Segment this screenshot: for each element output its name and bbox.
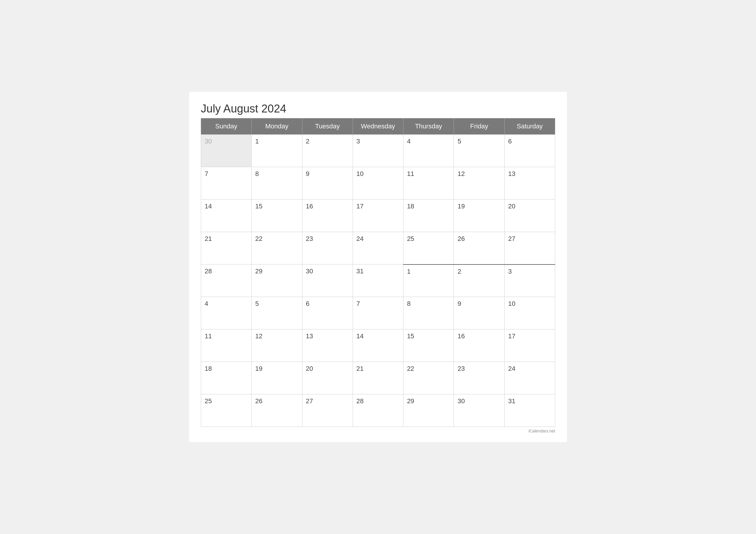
calendar-cell[interactable]: 2 [454, 264, 504, 297]
calendar-cell[interactable]: 5 [454, 135, 504, 167]
calendar-cell[interactable]: 30 [454, 394, 504, 427]
calendar-cell[interactable]: 20 [504, 200, 555, 232]
calendar-cell[interactable]: 10 [353, 167, 403, 200]
calendar-cell[interactable]: 29 [403, 394, 454, 427]
calendar-cell[interactable]: 12 [252, 330, 302, 362]
calendar-cell[interactable]: 26 [454, 232, 504, 264]
calendar-cell[interactable]: 17 [353, 200, 403, 232]
calendar-cell[interactable]: 24 [504, 362, 555, 394]
calendar-cell[interactable]: 27 [302, 394, 353, 427]
header-cell-monday: Monday [252, 119, 302, 135]
calendar-cell[interactable]: 12 [454, 167, 504, 200]
calendar-cell[interactable]: 27 [504, 232, 555, 264]
calendar-cell[interactable]: 30 [302, 264, 353, 297]
calendar-cell[interactable]: 4 [201, 297, 252, 330]
header-cell-tuesday: Tuesday [302, 119, 353, 135]
calendar-cell[interactable]: 26 [252, 394, 302, 427]
header-cell-saturday: Saturday [504, 119, 555, 135]
calendar-header: SundayMondayTuesdayWednesdayThursdayFrid… [201, 119, 555, 135]
calendar-cell[interactable]: 13 [302, 330, 353, 362]
header-cell-sunday: Sunday [201, 119, 252, 135]
calendar-row: 45678910 [201, 297, 555, 330]
calendar-row: 18192021222324 [201, 362, 555, 394]
calendar-cell[interactable]: 24 [353, 232, 403, 264]
calendar-body: 3012345678910111213141516171819202122232… [201, 135, 555, 427]
calendar-row: 14151617181920 [201, 200, 555, 232]
calendar-row: 25262728293031 [201, 394, 555, 427]
calendar-cell[interactable]: 16 [302, 200, 353, 232]
calendar-cell[interactable]: 22 [252, 232, 302, 264]
header-cell-thursday: Thursday [403, 119, 454, 135]
calendar-cell[interactable]: 31 [353, 264, 403, 297]
calendar-cell[interactable]: 28 [353, 394, 403, 427]
header-cell-friday: Friday [454, 119, 504, 135]
calendar-cell[interactable]: 23 [454, 362, 504, 394]
header-row: SundayMondayTuesdayWednesdayThursdayFrid… [201, 119, 555, 135]
calendar-cell[interactable]: 1 [403, 264, 454, 297]
calendar-cell[interactable]: 8 [403, 297, 454, 330]
calendar-row: 78910111213 [201, 167, 555, 200]
calendar-cell[interactable]: 22 [403, 362, 454, 394]
calendar-cell[interactable]: 9 [454, 297, 504, 330]
calendar-cell[interactable]: 20 [302, 362, 353, 394]
calendar-cell[interactable]: 18 [201, 362, 252, 394]
calendar-cell[interactable]: 30 [201, 135, 252, 167]
calendar-cell[interactable]: 19 [454, 200, 504, 232]
calendar-cell[interactable]: 28 [201, 264, 252, 297]
calendar-cell[interactable]: 29 [252, 264, 302, 297]
calendar-cell[interactable]: 3 [353, 135, 403, 167]
calendar-cell[interactable]: 25 [403, 232, 454, 264]
calendar-cell[interactable]: 4 [403, 135, 454, 167]
calendar-cell[interactable]: 11 [403, 167, 454, 200]
calendar-cell[interactable]: 14 [201, 200, 252, 232]
calendar-cell[interactable]: 13 [504, 167, 555, 200]
calendar-cell[interactable]: 7 [353, 297, 403, 330]
calendar-cell[interactable]: 14 [353, 330, 403, 362]
calendar-cell[interactable]: 15 [403, 330, 454, 362]
calendar-cell[interactable]: 7 [201, 167, 252, 200]
calendar-cell[interactable]: 15 [252, 200, 302, 232]
calendar-cell[interactable]: 11 [201, 330, 252, 362]
calendar-cell[interactable]: 3 [504, 264, 555, 297]
calendar-cell[interactable]: 18 [403, 200, 454, 232]
calendar-cell[interactable]: 6 [504, 135, 555, 167]
calendar-row: 11121314151617 [201, 330, 555, 362]
calendar-cell[interactable]: 17 [504, 330, 555, 362]
calendar-cell[interactable]: 19 [252, 362, 302, 394]
calendar-table: SundayMondayTuesdayWednesdayThursdayFrid… [201, 118, 555, 427]
calendar-cell[interactable]: 5 [252, 297, 302, 330]
calendar-row: 21222324252627 [201, 232, 555, 264]
calendar-cell[interactable]: 8 [252, 167, 302, 200]
calendar-cell[interactable]: 25 [201, 394, 252, 427]
calendar-cell[interactable]: 9 [302, 167, 353, 200]
header-cell-wednesday: Wednesday [353, 119, 403, 135]
calendar-cell[interactable]: 23 [302, 232, 353, 264]
calendar-cell[interactable]: 10 [504, 297, 555, 330]
calendar-cell[interactable]: 21 [353, 362, 403, 394]
calendar-row: 30123456 [201, 135, 555, 167]
calendar-cell[interactable]: 31 [504, 394, 555, 427]
calendar-container: July August 2024 SundayMondayTuesdayWedn… [189, 92, 567, 442]
watermark: iCalendars.net [201, 429, 555, 433]
calendar-cell[interactable]: 6 [302, 297, 353, 330]
calendar-title: July August 2024 [201, 102, 555, 115]
calendar-cell[interactable]: 1 [252, 135, 302, 167]
calendar-cell[interactable]: 21 [201, 232, 252, 264]
calendar-cell[interactable]: 2 [302, 135, 353, 167]
calendar-cell[interactable]: 16 [454, 330, 504, 362]
calendar-row: 28293031123 [201, 264, 555, 297]
